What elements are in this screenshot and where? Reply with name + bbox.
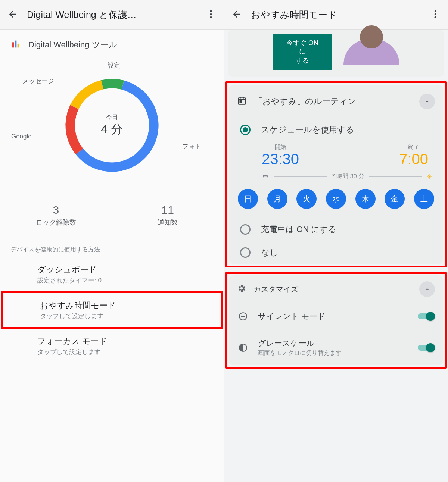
- item-focus-mode[interactable]: フォーカス モード タップして設定します: [0, 329, 224, 363]
- dashboard-sub: 設定されたタイマー: 0: [37, 276, 213, 285]
- start-time[interactable]: 開始 23:30: [262, 144, 299, 168]
- customize-header[interactable]: カスタマイズ: [229, 275, 443, 303]
- tools-header: Digital Wellbeing ツール: [0, 30, 224, 54]
- on-btn-line1: 今すぐ ON に: [286, 39, 318, 55]
- donut-time: 4 分: [101, 121, 123, 138]
- svg-rect-14: [240, 101, 242, 102]
- donut-label-messages: メッセージ: [22, 77, 54, 85]
- start-value: 23:30: [262, 151, 299, 168]
- radio-schedule[interactable]: スケジュールを使用する: [229, 118, 443, 141]
- end-label: 終了: [399, 144, 428, 151]
- more-icon[interactable]: [206, 9, 216, 21]
- focus-sub: タップして設定します: [37, 348, 213, 356]
- bedtime-title: おやすみ時間モード: [40, 300, 211, 311]
- usage-donut[interactable]: 今日 4 分 設定 メッセージ Google フォト: [0, 54, 224, 196]
- day-chip[interactable]: 土: [414, 189, 434, 209]
- svg-rect-5: [18, 44, 19, 48]
- duration-text: 7 時間 30 分: [332, 173, 364, 181]
- sun-icon: ☀: [427, 173, 432, 180]
- usage-section-title: デバイスを健康的に使用する方法: [0, 238, 224, 257]
- svg-point-11: [435, 13, 436, 15]
- day-chip[interactable]: 月: [267, 189, 287, 209]
- charging-label: 充電中は ON にする: [261, 224, 337, 235]
- donut-center: 今日 4 分: [101, 113, 123, 138]
- grayscale-toggle[interactable]: [418, 343, 435, 353]
- day-chip[interactable]: 火: [296, 189, 317, 209]
- radio-charging[interactable]: 充電中は ON にする: [229, 218, 443, 241]
- routine-label: 「おやすみ」のルーティン: [254, 96, 412, 107]
- wellbeing-screen: Digital Wellbeing と保護… Digital Wellbeing…: [0, 0, 224, 482]
- item-bedtime-mode[interactable]: おやすみ時間モード タップして設定します: [3, 293, 221, 327]
- row-silent-mode[interactable]: サイレント モード: [229, 303, 443, 330]
- notif-count: 11: [112, 204, 224, 216]
- svg-point-1: [210, 13, 212, 15]
- svg-rect-4: [15, 41, 17, 48]
- day-chip[interactable]: 金: [385, 189, 405, 209]
- svg-point-0: [210, 10, 212, 12]
- svg-rect-3: [12, 42, 14, 47]
- do-not-disturb-icon: [237, 312, 249, 321]
- on-btn-line2: する: [296, 57, 309, 64]
- highlight-bedtime: おやすみ時間モード タップして設定します: [1, 291, 223, 329]
- dashboard-title: ダッシュボード: [37, 264, 213, 275]
- routine-card: 「おやすみ」のルーティン スケジュールを使用する 開始 23:30 終了 7:0…: [229, 85, 443, 264]
- highlight-routine: 「おやすみ」のルーティン スケジュールを使用する 開始 23:30 終了 7:0…: [225, 81, 447, 267]
- contrast-icon: [237, 343, 249, 353]
- more-icon[interactable]: [430, 9, 441, 21]
- stat-notifications[interactable]: 11 通知数: [112, 204, 224, 227]
- radio-icon-checked: [240, 125, 251, 135]
- svg-point-10: [435, 10, 436, 12]
- radio-none[interactable]: なし: [229, 241, 443, 264]
- appbar: Digital Wellbeing と保護…: [0, 0, 224, 30]
- stats-row: 3 ロック解除数 11 通知数: [0, 196, 224, 238]
- notif-label: 通知数: [112, 218, 224, 227]
- row-grayscale[interactable]: グレースケール 画面をモノクロに切り替えます: [229, 330, 443, 365]
- time-row: 開始 23:30 終了 7:00: [229, 141, 443, 170]
- grayscale-title: グレースケール: [258, 338, 409, 348]
- donut-date: 今日: [101, 113, 123, 121]
- donut-label-photos: フォト: [182, 142, 201, 151]
- svg-point-12: [435, 16, 436, 18]
- end-value: 7:00: [399, 151, 428, 168]
- chevron-up-icon[interactable]: [419, 281, 435, 297]
- donut-label-settings: 設定: [108, 61, 120, 70]
- end-time[interactable]: 終了 7:00: [399, 144, 428, 168]
- highlight-customize: カスタマイズ サイレント モード: [225, 272, 447, 369]
- bedtime-sub: タップして設定します: [40, 312, 211, 320]
- back-icon[interactable]: [231, 9, 242, 21]
- gear-icon: [237, 284, 246, 294]
- day-chip[interactable]: 日: [238, 189, 258, 209]
- page-title: おやすみ時間モード: [251, 9, 421, 21]
- promo-card: 今すぐ ON に する: [228, 30, 444, 77]
- unlocks-count: 3: [0, 204, 112, 216]
- duration-row: 7 時間 30 分 ☀: [229, 170, 443, 186]
- item-dashboard[interactable]: ダッシュボード 設定されたタイマー: 0: [0, 257, 224, 291]
- svg-point-2: [210, 16, 212, 18]
- chevron-up-icon[interactable]: [419, 94, 435, 109]
- page-title: Digital Wellbeing と保護…: [27, 9, 197, 21]
- focus-title: フォーカス モード: [37, 336, 213, 347]
- turn-on-button[interactable]: 今すぐ ON に する: [273, 34, 332, 70]
- routine-header[interactable]: 「おやすみ」のルーティン: [229, 85, 443, 118]
- day-chip[interactable]: 水: [326, 189, 346, 209]
- appbar: おやすみ時間モード: [224, 0, 448, 30]
- schedule-label: スケジュールを使用する: [261, 124, 354, 135]
- bar-chart-icon: [10, 39, 21, 51]
- avatar-illustration: [343, 39, 399, 65]
- start-label: 開始: [262, 144, 299, 151]
- silent-toggle[interactable]: [418, 312, 435, 321]
- back-icon[interactable]: [7, 9, 18, 21]
- stat-unlocks[interactable]: 3 ロック解除数: [0, 204, 112, 227]
- radio-icon: [240, 247, 251, 258]
- donut-label-google: Google: [11, 133, 32, 140]
- day-chip[interactable]: 木: [355, 189, 376, 209]
- days-row: 日 月 火 水 木 金 土: [229, 186, 443, 218]
- customize-label: カスタマイズ: [253, 284, 412, 294]
- radio-icon: [240, 224, 251, 235]
- calendar-icon: [237, 96, 247, 107]
- grayscale-sub: 画面をモノクロに切り替えます: [258, 349, 409, 357]
- silent-title: サイレント モード: [258, 311, 409, 322]
- customize-card: カスタマイズ サイレント モード: [229, 275, 443, 365]
- none-label: なし: [261, 247, 278, 258]
- unlocks-label: ロック解除数: [0, 218, 112, 227]
